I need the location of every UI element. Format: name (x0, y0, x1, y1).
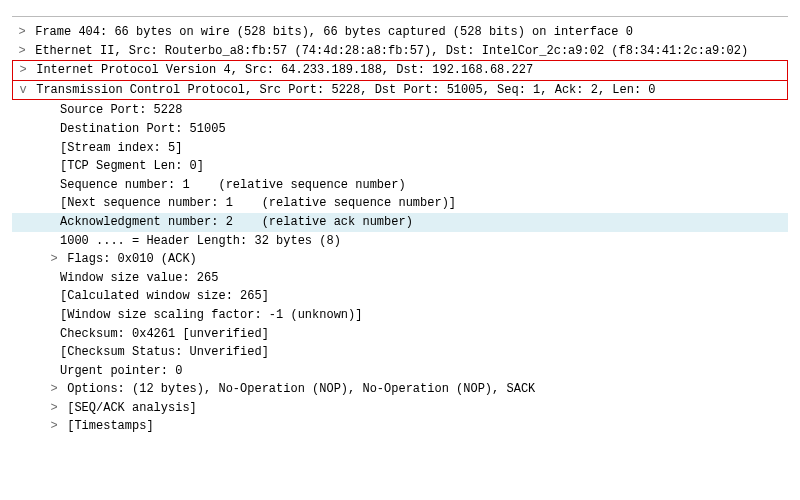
frame-label: Frame 404: 66 bytes on wire (528 bits), … (28, 23, 633, 42)
tcp-seg-len[interactable]: [TCP Segment Len: 0] (12, 157, 788, 176)
ip-row[interactable]: > Internet Protocol Version 4, Src: 64.2… (13, 61, 787, 81)
tcp-next-seq[interactable]: [Next sequence number: 1 (relative seque… (12, 194, 788, 213)
tcp-row[interactable]: v Transmission Control Protocol, Src Por… (13, 81, 787, 100)
tcp-win-scaling[interactable]: [Window size scaling factor: -1 (unknown… (12, 306, 788, 325)
tcp-window-size[interactable]: Window size value: 265 (12, 269, 788, 288)
chevron-right-icon[interactable]: > (16, 23, 28, 42)
tcp-calc-window[interactable]: [Calculated window size: 265] (12, 287, 788, 306)
ip-label: Internet Protocol Version 4, Src: 64.233… (29, 61, 533, 80)
tcp-seq-number[interactable]: Sequence number: 1 (relative sequence nu… (12, 176, 788, 195)
packet-details-tree: > Frame 404: 66 bytes on wire (528 bits)… (12, 23, 788, 436)
top-separator (12, 16, 788, 17)
tcp-checksum[interactable]: Checksum: 0x4261 [unverified] (12, 325, 788, 344)
tcp-options-row[interactable]: > Options: (12 bytes), No-Operation (NOP… (12, 380, 788, 399)
chevron-right-icon[interactable]: > (48, 250, 60, 269)
chevron-down-icon[interactable]: v (17, 81, 29, 100)
chevron-right-icon[interactable]: > (48, 399, 60, 418)
tcp-flags-row[interactable]: > Flags: 0x010 (ACK) (12, 250, 788, 269)
chevron-right-icon[interactable]: > (16, 42, 28, 61)
tcp-header-len[interactable]: 1000 .... = Header Length: 32 bytes (8) (12, 232, 788, 251)
tcp-src-port[interactable]: Source Port: 5228 (12, 101, 788, 120)
tcp-timestamps-row[interactable]: > [Timestamps] (12, 417, 788, 436)
chevron-right-icon[interactable]: > (48, 417, 60, 436)
tcp-label: Transmission Control Protocol, Src Port:… (29, 81, 656, 100)
tcp-ack-number[interactable]: Acknowledgment number: 2 (relative ack n… (12, 213, 788, 232)
ethernet-row[interactable]: > Ethernet II, Src: Routerbo_a8:fb:57 (7… (12, 42, 788, 61)
tcp-stream-index[interactable]: [Stream index: 5] (12, 139, 788, 158)
tcp-seqack-row[interactable]: > [SEQ/ACK analysis] (12, 399, 788, 418)
highlight-box: > Internet Protocol Version 4, Src: 64.2… (12, 60, 788, 100)
chevron-right-icon[interactable]: > (17, 61, 29, 80)
chevron-right-icon[interactable]: > (48, 380, 60, 399)
frame-row[interactable]: > Frame 404: 66 bytes on wire (528 bits)… (12, 23, 788, 42)
tcp-dst-port[interactable]: Destination Port: 51005 (12, 120, 788, 139)
tcp-urgent-ptr[interactable]: Urgent pointer: 0 (12, 362, 788, 381)
ethernet-label: Ethernet II, Src: Routerbo_a8:fb:57 (74:… (28, 42, 748, 61)
tcp-checksum-status[interactable]: [Checksum Status: Unverified] (12, 343, 788, 362)
